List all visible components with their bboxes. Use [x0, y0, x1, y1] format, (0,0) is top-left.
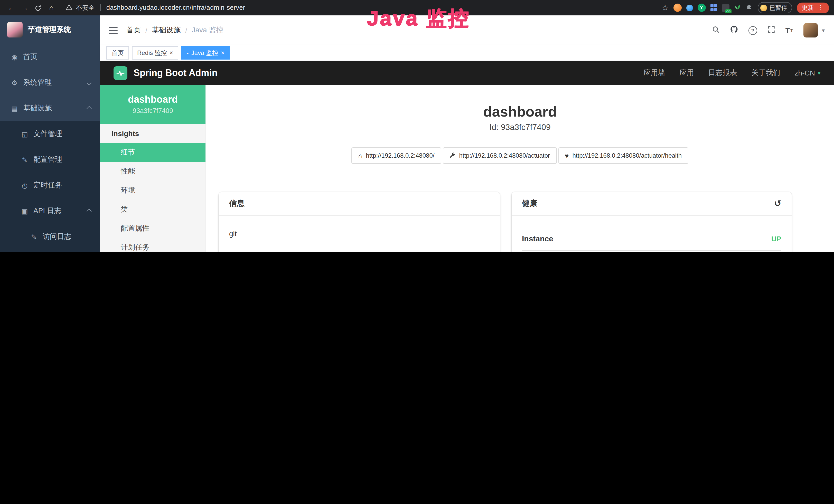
font-size-icon[interactable]: T T	[786, 27, 793, 34]
breadcrumb-home[interactable]: 首页	[126, 26, 141, 35]
files-icon: ◱	[21, 130, 29, 138]
close-icon[interactable]: ×	[170, 50, 173, 56]
app-title: 芋道管理系统	[28, 25, 71, 35]
github-icon[interactable]	[730, 25, 738, 36]
instance-name: dashboard	[100, 94, 205, 105]
app-logo-image	[7, 22, 23, 38]
on-badge: on	[725, 9, 731, 13]
sba-main: dashboard Id: 93a3fc7f7409 ⌂ http://192.…	[206, 85, 834, 252]
bookmark-star-icon[interactable]: ☆	[662, 3, 668, 12]
breadcrumb-separator: /	[185, 26, 187, 34]
update-label: 更新	[802, 3, 814, 12]
sba-nav-applications[interactable]: 应用	[680, 68, 694, 77]
app-logo[interactable]: 芋道管理系统	[0, 16, 100, 44]
avatar-caret-icon[interactable]: ▾	[822, 27, 825, 33]
breadcrumb: 首页 / 基础设施 / Java 监控	[126, 26, 223, 35]
tags-view-bar: 首页 Redis 监控 × ● Java 监控 ×	[100, 45, 834, 61]
sidebar-item-files[interactable]: ◱ 文件管理	[0, 121, 100, 147]
main-column: 首页 / 基础设施 / Java 监控 ?	[100, 16, 834, 252]
sba-item-classes[interactable]: 类	[100, 200, 205, 219]
browser-home-icon[interactable]: ⌂	[45, 0, 58, 16]
sba-locale-select[interactable]: zh-CN ▾	[795, 69, 821, 77]
sba-nav-journal[interactable]: 日志报表	[708, 68, 737, 77]
sba-nav: 应用墙 应用 日志报表 关于我们 zh-CN ▾	[644, 68, 821, 77]
back-icon[interactable]: ←	[5, 0, 18, 16]
sba-item-scheduled-tasks[interactable]: 计划任务	[100, 238, 205, 252]
cards-grid: 信息 git commit: time: 1596289704000	[206, 192, 834, 252]
cards-column-right: 健康 ↺ Instance UP	[512, 192, 792, 252]
info-card: 信息 git commit: time: 1596289704000	[219, 192, 500, 252]
extension-leaf-icon[interactable]	[734, 3, 741, 12]
search-icon[interactable]	[712, 25, 720, 35]
actuator-url-link[interactable]: http://192.168.0.2:48080/actuator	[443, 147, 556, 164]
forward-icon[interactable]: →	[19, 0, 31, 16]
overflow-menu-icon[interactable]: ⋮	[817, 4, 824, 11]
user-avatar[interactable]	[804, 23, 818, 38]
extensions-puzzle-icon[interactable]	[746, 3, 753, 12]
info-value: commit: time: 1596289704000 id: 27aa832 …	[283, 229, 489, 252]
sidebar-item-home[interactable]: ◉ 首页	[0, 44, 100, 70]
health-row-instance[interactable]: Instance UP	[522, 221, 781, 251]
address-bar[interactable]: 不安全 dashboard.yudao.iocoder.cn/infra/adm…	[66, 3, 245, 12]
sidebar-item-access-log[interactable]: ✎ 访问日志	[0, 224, 100, 250]
fullscreen-icon[interactable]	[767, 25, 775, 35]
sidebar-item-error-log[interactable]: ✎ 错误日志	[0, 250, 100, 252]
heart-icon: ♥	[565, 152, 569, 159]
security-label[interactable]: 不安全	[76, 3, 94, 12]
sba-navbar: Spring Boot Admin 应用墙 应用 日志报表 关于我们 zh-CN…	[100, 61, 834, 85]
sidebar-item-system[interactable]: ⚙ 系统管理	[0, 70, 100, 95]
extension-grid-icon[interactable]	[710, 4, 717, 11]
paused-extension-badge[interactable]: 已暂停	[758, 2, 792, 13]
tab-home[interactable]: 首页	[106, 46, 129, 60]
help-icon[interactable]: ?	[748, 26, 757, 35]
sidebar-item-label: 配置管理	[34, 155, 62, 164]
emoji-face-icon	[760, 4, 767, 11]
extension-orange-icon[interactable]	[673, 4, 681, 12]
locale-value: zh-CN	[795, 69, 815, 77]
browser-update-button[interactable]: 更新 ⋮	[796, 2, 829, 13]
link-text: http://192.168.0.2:48080/actuator/health	[572, 152, 682, 159]
tab-label: Java 监控	[191, 48, 218, 57]
chevron-up-icon	[87, 208, 92, 214]
access-log-icon: ✎	[30, 233, 38, 240]
reload-icon[interactable]	[32, 0, 44, 16]
sba-item-details[interactable]: 细节	[100, 143, 205, 162]
sidebar-item-api-log[interactable]: ▣ API 日志	[0, 198, 100, 224]
sba-nav-about[interactable]: 关于我们	[751, 68, 780, 77]
dashboard-icon: ◉	[10, 53, 19, 61]
extension-drop-icon[interactable]	[686, 4, 693, 11]
card-title: 信息	[229, 199, 244, 208]
sba-logo-icon[interactable]	[113, 66, 127, 80]
tab-java-monitor[interactable]: ● Java 监控 ×	[181, 46, 229, 60]
sba-nav-wall[interactable]: 应用墙	[644, 68, 665, 77]
info-key: git	[229, 229, 283, 252]
monitor-icon: ▤	[10, 105, 19, 112]
service-url-link[interactable]: ⌂ http://192.168.0.2:48080/	[352, 147, 441, 164]
history-icon[interactable]: ↺	[774, 198, 782, 209]
breadcrumb-section[interactable]: 基础设施	[152, 26, 180, 35]
card-title: 健康	[522, 199, 537, 208]
sba-item-environment[interactable]: 环境	[100, 181, 205, 200]
sidebar-item-cron[interactable]: ◷ 定时任务	[0, 173, 100, 198]
breadcrumb-current: Java 监控	[192, 26, 223, 35]
instance-header[interactable]: dashboard 93a3fc7f7409	[100, 85, 205, 124]
extension-switch-icon[interactable]: on	[722, 4, 729, 12]
card-header: 信息	[219, 192, 500, 216]
url-text[interactable]: dashboard.yudao.iocoder.cn/infra/admin-s…	[106, 4, 245, 11]
extension-y-icon[interactable]: Y	[697, 4, 706, 12]
sidebar-item-label: 访问日志	[43, 232, 71, 241]
close-icon[interactable]: ×	[221, 50, 224, 56]
link-text: http://192.168.0.2:48080/	[366, 152, 435, 159]
sba-brand-title[interactable]: Spring Boot Admin	[134, 68, 218, 78]
sidebar-item-config[interactable]: ✎ 配置管理	[0, 147, 100, 173]
sba-item-config-props[interactable]: 配置属性	[100, 219, 205, 238]
sba-item-metrics[interactable]: 性能	[100, 162, 205, 181]
warning-icon	[66, 3, 72, 12]
browser-actions: ☆ Y on 已暂停 更新 ⋮	[662, 2, 829, 13]
insights-label: Insights	[100, 124, 205, 143]
tab-redis-monitor[interactable]: Redis 监控 ×	[132, 46, 178, 60]
sidebar-item-infra[interactable]: ▤ 基础设施	[0, 95, 100, 121]
health-url-link[interactable]: ♥ http://192.168.0.2:48080/actuator/heal…	[558, 147, 688, 164]
cards-column-left: 信息 git commit: time: 1596289704000	[219, 192, 500, 252]
hamburger-icon[interactable]	[109, 27, 118, 33]
